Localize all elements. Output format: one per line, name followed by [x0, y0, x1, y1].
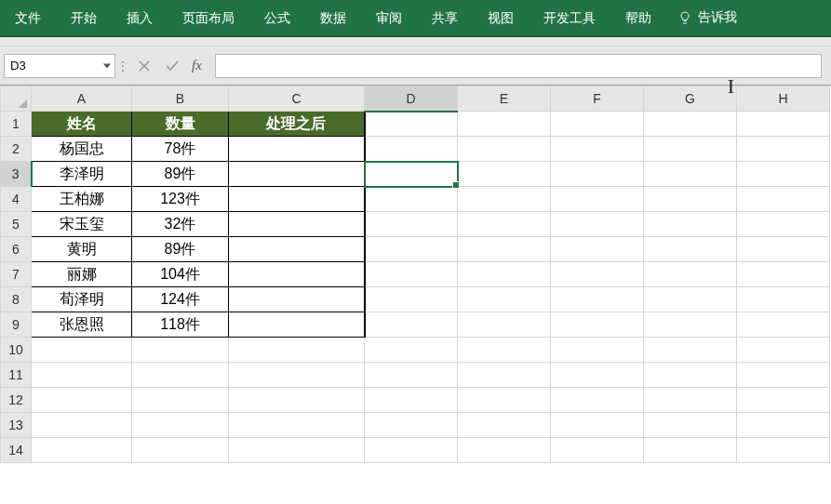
cell-D10[interactable]	[365, 338, 458, 363]
row-header-11[interactable]: 11	[1, 363, 32, 388]
row-header-7[interactable]: 7	[1, 262, 32, 287]
cell-D6[interactable]	[365, 237, 458, 262]
cell-E13[interactable]	[458, 413, 551, 438]
cell-G2[interactable]	[644, 137, 737, 162]
cell-E10[interactable]	[458, 338, 551, 363]
cell-F14[interactable]	[551, 438, 644, 463]
cell-G3[interactable]	[644, 162, 737, 187]
row-header-6[interactable]: 6	[1, 237, 32, 262]
cell-F2[interactable]	[551, 137, 644, 162]
name-box[interactable]: D3	[4, 54, 115, 78]
column-header-A[interactable]: A	[32, 86, 132, 112]
row-header-1[interactable]: 1	[1, 112, 32, 137]
cell-G11[interactable]	[644, 363, 737, 388]
column-header-H[interactable]: H	[737, 86, 830, 112]
ribbon-tab-layout[interactable]: 页面布局	[168, 0, 249, 36]
row-header-9[interactable]: 9	[1, 312, 32, 338]
cell-G8[interactable]	[644, 287, 737, 312]
cell-H5[interactable]	[737, 212, 830, 237]
ribbon-tab-insert[interactable]: 插入	[112, 0, 168, 36]
cell-A8[interactable]: 荀泽明	[32, 287, 132, 312]
cell-D2[interactable]	[365, 137, 458, 162]
cell-G9[interactable]	[644, 312, 737, 338]
fx-button[interactable]: fx	[186, 58, 208, 73]
cell-G6[interactable]	[644, 237, 737, 262]
cell-D13[interactable]	[365, 413, 458, 438]
cell-C4[interactable]	[229, 187, 365, 212]
cell-A11[interactable]	[32, 363, 132, 388]
column-header-E[interactable]: E	[458, 86, 551, 112]
cell-E1[interactable]	[458, 112, 551, 137]
cell-A6[interactable]: 黄明	[32, 237, 132, 262]
row-header-12[interactable]: 12	[1, 388, 32, 413]
column-header-C[interactable]: C	[229, 86, 365, 112]
row-header-3[interactable]: 3	[1, 162, 32, 187]
ribbon-tab-review[interactable]: 审阅	[361, 0, 417, 36]
cell-B8[interactable]: 124件	[132, 287, 229, 312]
cell-H14[interactable]	[737, 438, 830, 463]
cell-E6[interactable]	[458, 237, 551, 262]
spreadsheet-grid[interactable]: ABCDEFGH1姓名数量处理之后2杨国忠78件3李泽明89件4王柏娜123件5…	[0, 86, 831, 504]
formula-input[interactable]	[215, 54, 822, 78]
cell-H6[interactable]	[737, 237, 830, 262]
cell-A12[interactable]	[32, 388, 132, 413]
cell-A2[interactable]: 杨国忠	[32, 137, 132, 162]
cell-B4[interactable]: 123件	[132, 187, 229, 212]
cell-H7[interactable]	[737, 262, 830, 287]
cell-D4[interactable]	[365, 187, 458, 212]
column-header-B[interactable]: B	[132, 86, 229, 112]
cell-F8[interactable]	[551, 287, 644, 312]
cell-D9[interactable]	[365, 312, 458, 338]
cell-H9[interactable]	[737, 312, 830, 338]
cell-B1[interactable]: 数量	[132, 112, 229, 137]
cell-C10[interactable]	[229, 338, 365, 363]
cell-E7[interactable]	[458, 262, 551, 287]
column-header-D[interactable]: D	[365, 86, 458, 112]
cell-D7[interactable]	[365, 262, 458, 287]
ribbon-tab-developer[interactable]: 开发工具	[529, 0, 610, 36]
cell-D1[interactable]	[365, 112, 458, 137]
cell-D12[interactable]	[365, 388, 458, 413]
row-header-13[interactable]: 13	[1, 413, 32, 438]
cell-H2[interactable]	[737, 137, 830, 162]
cancel-formula-button[interactable]	[130, 54, 158, 78]
cell-H1[interactable]	[737, 112, 830, 137]
cell-E14[interactable]	[458, 438, 551, 463]
tell-me-box[interactable]: 告诉我	[666, 9, 743, 26]
cell-E12[interactable]	[458, 388, 551, 413]
cell-G12[interactable]	[644, 388, 737, 413]
cell-B3[interactable]: 89件	[132, 162, 229, 187]
row-header-2[interactable]: 2	[1, 137, 32, 162]
ribbon-tab-help[interactable]: 帮助	[610, 0, 666, 36]
row-header-14[interactable]: 14	[1, 438, 32, 463]
cell-C2[interactable]	[229, 137, 365, 162]
cell-E2[interactable]	[458, 137, 551, 162]
cell-C6[interactable]	[229, 237, 365, 262]
cell-B12[interactable]	[132, 388, 229, 413]
cell-D8[interactable]	[365, 287, 458, 312]
ribbon-tab-view[interactable]: 视图	[473, 0, 529, 36]
cell-B9[interactable]: 118件	[132, 312, 229, 338]
ribbon-tab-share[interactable]: 共享	[417, 0, 473, 36]
ribbon-tab-data[interactable]: 数据	[305, 0, 361, 36]
cell-A5[interactable]: 宋玉玺	[32, 212, 132, 237]
column-header-F[interactable]: F	[551, 86, 644, 112]
cell-D3[interactable]	[365, 162, 458, 187]
select-all-corner[interactable]	[1, 86, 32, 112]
row-header-4[interactable]: 4	[1, 187, 32, 212]
cell-F7[interactable]	[551, 262, 644, 287]
cell-C9[interactable]	[229, 312, 365, 338]
cell-H11[interactable]	[737, 363, 830, 388]
cell-B6[interactable]: 89件	[132, 237, 229, 262]
cell-H10[interactable]	[737, 338, 830, 363]
cell-C12[interactable]	[229, 388, 365, 413]
cell-B13[interactable]	[132, 413, 229, 438]
cell-H8[interactable]	[737, 287, 830, 312]
cell-D14[interactable]	[365, 438, 458, 463]
row-header-5[interactable]: 5	[1, 212, 32, 237]
cell-H12[interactable]	[737, 388, 830, 413]
cell-F12[interactable]	[551, 388, 644, 413]
cell-B10[interactable]	[132, 338, 229, 363]
cell-C14[interactable]	[229, 438, 365, 463]
cell-F4[interactable]	[551, 187, 644, 212]
